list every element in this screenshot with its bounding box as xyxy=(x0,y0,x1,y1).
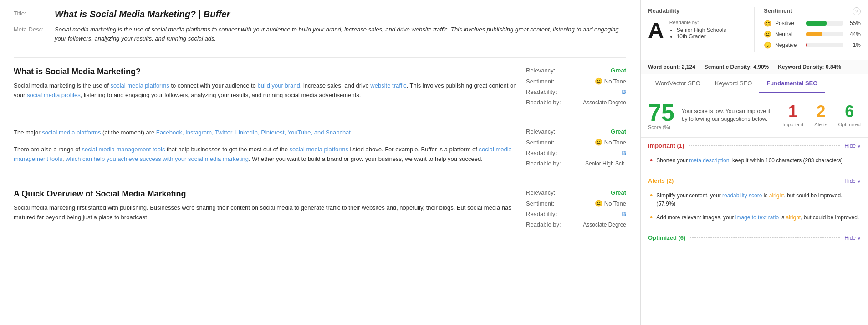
readability-content: A Readable by: Senior High Schools 10th … xyxy=(648,20,745,41)
readability-value-3: B xyxy=(622,211,626,217)
sentiment-positive-row: 😊 Positive 55% xyxy=(764,20,861,27)
score-number: 75 xyxy=(648,101,674,124)
important-text-0: Shorten your meta description, keep it w… xyxy=(656,156,843,165)
keyword-density-label: Keyword Density: xyxy=(778,64,824,70)
important-hide[interactable]: Hide xyxy=(844,143,861,149)
no-tone-emoji-1: 😐 xyxy=(595,77,602,85)
readable-level-0: Senior High Schools xyxy=(677,27,726,33)
semantic-density-label: Semantic Density: xyxy=(705,64,752,70)
readability-link[interactable]: readability score xyxy=(722,192,762,199)
optimized-hide[interactable]: Hide xyxy=(844,235,861,241)
link-management-tools[interactable]: social media management tools xyxy=(82,146,165,153)
tab-wordvector[interactable]: WordVector SEO xyxy=(648,74,708,93)
link-help[interactable]: which can help you achieve success with … xyxy=(66,155,249,162)
metric-readability-3: Readability: B xyxy=(526,211,626,217)
block3-body: Social media marketing first started wit… xyxy=(14,203,517,222)
readability-value-1: B xyxy=(622,88,626,95)
readable-level-1: 10th Grader xyxy=(677,33,726,40)
negative-emoji: 😞 xyxy=(764,41,771,49)
content-block-2: The major social media platforms (at the… xyxy=(14,128,626,180)
important-title: Important (1) xyxy=(648,142,684,149)
desc-label: Meta Desc: xyxy=(14,25,55,33)
content-text-1: What is Social Media Marketing? Social m… xyxy=(14,67,526,109)
important-text-before-0: Shorten your xyxy=(656,157,689,164)
readability-label-1: Readability: xyxy=(526,88,557,95)
alright-link-1[interactable]: alright xyxy=(786,214,801,221)
meta-desc-link[interactable]: meta description xyxy=(689,157,729,164)
link-platforms[interactable]: social media platforms xyxy=(42,129,101,136)
link-facebook[interactable]: Facebook, Instagram, Twitter, LinkedIn, … xyxy=(156,129,351,136)
relevancy-label-1: Relevancy: xyxy=(526,67,555,74)
relevancy-value-3: Great xyxy=(611,189,626,196)
optimized-divider xyxy=(690,237,840,238)
metrics-panel-1: Relevancy: Great Sentiment: 😐 No Tone Re… xyxy=(526,67,626,109)
important-item-0: • Shorten your meta description, keep it… xyxy=(648,154,861,167)
no-tone-text-2: No Tone xyxy=(604,139,626,146)
semantic-density-value: 4.90% xyxy=(753,64,769,70)
tab-fundamental[interactable]: Fundamental SEO xyxy=(759,74,825,93)
important-chevron-icon xyxy=(858,143,861,149)
positive-emoji: 😊 xyxy=(764,20,771,27)
positive-bar-container xyxy=(806,21,843,26)
score-section: 75 Score (%) Your score is low. You can … xyxy=(641,93,868,138)
semantic-density-item: Semantic Density: 4.90% xyxy=(705,64,769,70)
alerts-hide[interactable]: Hide xyxy=(844,178,861,184)
link-build-brand[interactable]: build your brand xyxy=(257,82,300,89)
help-icon-top[interactable]: ? xyxy=(853,7,861,15)
alright-link-0[interactable]: alright xyxy=(769,192,784,199)
image-ratio-link[interactable]: image to text ratio xyxy=(735,214,779,221)
block2-body2: There are also a range of social media m… xyxy=(14,145,517,164)
alerts-metric: 2 Alerts xyxy=(814,103,827,127)
readability-title: Readability xyxy=(648,7,745,14)
important-text-after-0: , keep it within 160 characters (283 cha… xyxy=(729,157,842,164)
optimized-hide-label: Hide xyxy=(844,235,856,241)
no-tone-text-3: No Tone xyxy=(604,200,626,207)
top-metrics-container: Readability A Readable by: Senior High S… xyxy=(641,0,868,60)
alerts-divider xyxy=(678,181,840,181)
no-tone-text-1: No Tone xyxy=(604,78,626,85)
metric-relevancy-1: Relevancy: Great xyxy=(526,67,626,74)
meta-description: Social media marketing is the use of soc… xyxy=(55,25,626,43)
negative-bar xyxy=(806,43,807,47)
no-tone-emoji-3: 😐 xyxy=(595,200,602,207)
content-block-1: What is Social Media Marketing? Social m… xyxy=(14,67,626,119)
readable-by-value-2: Senior High Sch. xyxy=(585,160,626,167)
keyword-density-value: 0.84% xyxy=(826,64,841,70)
word-count-value: 2,124 xyxy=(682,64,695,70)
relevancy-label-3: Relevancy: xyxy=(526,189,555,196)
no-tone-3: 😐 No Tone xyxy=(595,200,626,207)
alerts-item-1: • Add more relevant images, your image t… xyxy=(648,211,861,224)
neutral-bar-container xyxy=(806,32,843,36)
important-group: Important (1) Hide • Shorten your meta d… xyxy=(648,138,861,167)
sentiment-label-1: Sentiment: xyxy=(526,78,554,85)
important-num: 1 xyxy=(782,103,803,120)
readability-value-2: B xyxy=(622,150,626,156)
readable-by-text: Readable by: xyxy=(669,20,726,25)
link-profiles[interactable]: social media profiles xyxy=(27,92,81,98)
metric-readability-1: Readability: B xyxy=(526,88,626,95)
neutral-emoji: 😐 xyxy=(764,31,771,38)
negative-pct: 1% xyxy=(847,42,861,48)
alerts-item-0: • Simplify your content, your readabilit… xyxy=(648,189,861,211)
neutral-label: Neutral xyxy=(775,31,802,37)
metric-readable-by-2: Readable by: Senior High Sch. xyxy=(526,160,626,167)
tab-keyword[interactable]: Keyword SEO xyxy=(708,74,760,93)
sentiment-label-2: Sentiment: xyxy=(526,139,554,146)
word-count-item: Word count: 2,124 xyxy=(648,64,695,70)
no-tone-emoji-2: 😐 xyxy=(595,139,602,146)
no-tone-1: 😐 No Tone xyxy=(595,77,626,85)
score-desc: Your score is low. You can improve it by… xyxy=(682,108,775,123)
desc-row: Meta Desc: Social media marketing is the… xyxy=(14,25,626,43)
right-panel: Readability A Readable by: Senior High S… xyxy=(640,0,868,325)
link-platforms2[interactable]: social media platforms xyxy=(290,146,348,153)
title-label: Title: xyxy=(14,9,55,17)
link-website-traffic[interactable]: website traffic xyxy=(370,82,406,89)
alerts-text-0: Simplify your content, your readability … xyxy=(656,191,861,208)
alerts-header: Alerts (2) Hide xyxy=(648,173,861,189)
meta-section: Title: What is Social Media Marketing? |… xyxy=(14,9,626,58)
positive-bar xyxy=(806,21,827,26)
metric-readability-2: Readability: B xyxy=(526,150,626,156)
link-social-media[interactable]: social media platforms xyxy=(110,82,169,89)
optimized-chevron-icon xyxy=(858,235,861,241)
page-title: What is Social Media Marketing? | Buffer xyxy=(55,9,230,20)
